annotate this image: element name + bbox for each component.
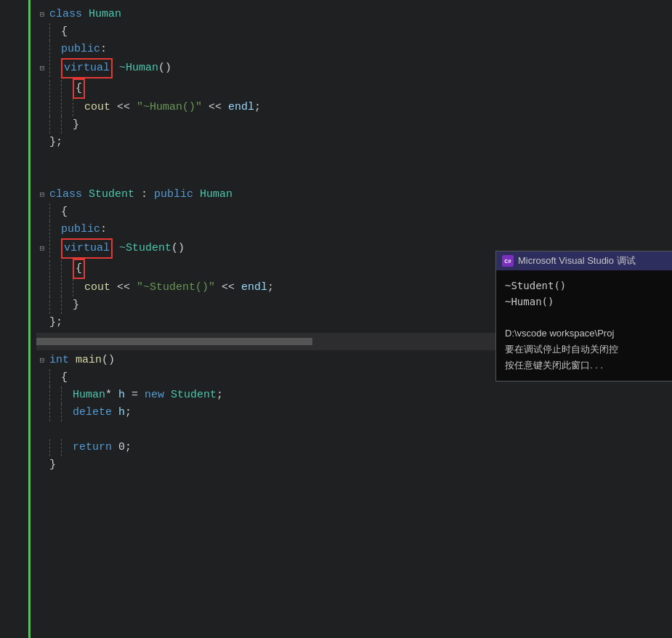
highlight-virtual-1: virtual xyxy=(61,58,113,78)
fold-spacer-22 xyxy=(36,372,48,384)
line-8: }; xyxy=(36,134,672,151)
line-empty-4 xyxy=(36,421,672,439)
fold-icon-14[interactable]: ⊟ xyxy=(36,243,48,254)
fold-spacer-18 xyxy=(36,317,48,328)
fold-icon-11[interactable]: ⊟ xyxy=(36,189,48,201)
line-5: { xyxy=(36,78,672,99)
line-13: public: xyxy=(36,221,672,238)
popup-window: C# Microsoft Visual Studio 调试 ~Student()… xyxy=(495,251,672,381)
line-6: cout << "~Human()" << endl ; xyxy=(36,99,672,116)
fold-spacer-27 xyxy=(36,459,48,471)
fold-spacer-16 xyxy=(36,282,48,294)
line-1: ⊟ class Human xyxy=(36,6,672,23)
fold-spacer-26 xyxy=(36,442,48,453)
fold-spacer-2 xyxy=(36,26,48,38)
editor-gutter xyxy=(0,0,31,638)
output-line-1: ~Student() xyxy=(505,278,672,294)
code-lines: ⊟ class Human { public: ⊟ virtual ~Human… xyxy=(31,0,672,480)
line-23: Human * h = new Student ; xyxy=(36,387,672,404)
fold-spacer-15 xyxy=(36,263,48,275)
highlight-virtual-2: virtual xyxy=(61,238,113,259)
line-empty-2 xyxy=(36,169,672,186)
line-26: return 0; xyxy=(36,439,672,456)
fold-spacer-17 xyxy=(36,299,48,311)
fold-spacer-23 xyxy=(36,389,48,401)
popup-titlebar: C# Microsoft Visual Studio 调试 xyxy=(496,251,672,270)
line-empty-1 xyxy=(36,151,672,169)
popup-title: Microsoft Visual Studio 调试 xyxy=(518,254,636,267)
highlight-brace-2: { xyxy=(73,259,85,279)
fold-spacer-5 xyxy=(36,83,48,94)
fold-spacer-13 xyxy=(36,224,48,235)
line-24: delete h ; xyxy=(36,404,672,421)
line-27: } xyxy=(36,456,672,474)
fold-spacer-24 xyxy=(36,407,48,419)
fold-spacer-12 xyxy=(36,206,48,218)
fold-spacer-7 xyxy=(36,119,48,131)
popup-body: ~Student() ~Human() D:\vscode workspace\… xyxy=(496,270,672,381)
fold-spacer-3 xyxy=(36,44,48,55)
line-7: } xyxy=(36,116,672,134)
line-11: ⊟ class Student : public Human xyxy=(36,186,672,203)
fold-icon-4[interactable]: ⊟ xyxy=(36,62,48,74)
line-12: { xyxy=(36,203,672,221)
vs-icon: C# xyxy=(502,255,514,267)
line-3: public: xyxy=(36,41,672,58)
line-2: { xyxy=(36,23,672,41)
output-line-2: ~Human() xyxy=(505,294,672,310)
fold-spacer-8 xyxy=(36,137,48,148)
fold-icon-1[interactable]: ⊟ xyxy=(36,9,48,20)
fold-spacer-6 xyxy=(36,102,48,113)
line-4: ⊟ virtual ~Human() xyxy=(36,58,672,78)
fold-icon-21[interactable]: ⊟ xyxy=(36,355,48,366)
output-line-3: D:\vscode workspace\Proj xyxy=(505,326,672,342)
highlight-brace-1: { xyxy=(73,78,85,99)
editor-container: ⊟ class Human { public: ⊟ virtual ~Human… xyxy=(0,0,672,638)
output-line-empty xyxy=(505,310,672,326)
output-line-5: 按任意键关闭此窗口. . . xyxy=(505,358,672,373)
code-area[interactable]: ⊟ class Human { public: ⊟ virtual ~Human… xyxy=(31,0,672,638)
output-line-4: 要在调试停止时自动关闭控 xyxy=(505,342,672,358)
